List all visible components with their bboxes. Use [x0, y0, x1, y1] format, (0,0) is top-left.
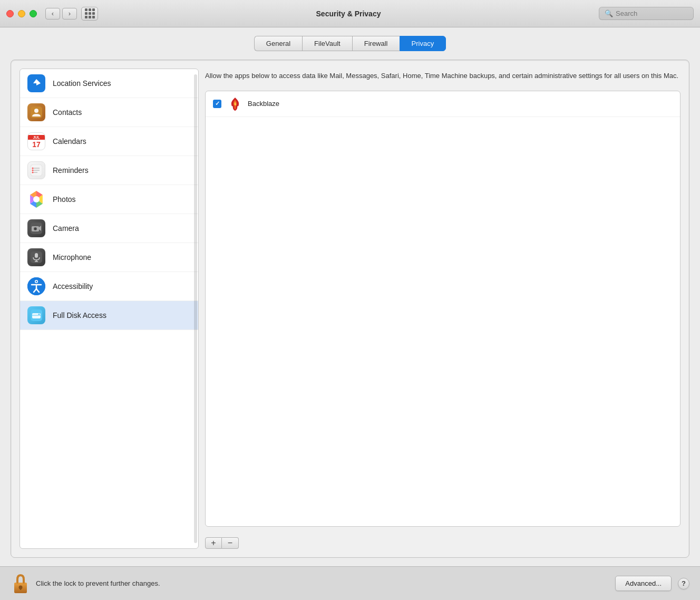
svg-point-30 [38, 314, 40, 315]
grid-view-button[interactable] [81, 7, 98, 21]
sidebar-item-label: Contacts [53, 108, 82, 117]
bottom-lock-text: Click the lock to prevent further change… [36, 579, 615, 587]
sidebar-item-label: Calendars [53, 137, 86, 146]
sidebar-item-label: Camera [53, 224, 79, 233]
back-button[interactable]: ‹ [45, 8, 60, 20]
sidebar-item-calendars[interactable]: JUL 17 Calendars [20, 127, 198, 156]
sidebar-item-label: Reminders [53, 166, 89, 175]
sidebar-item-label: Location Services [53, 79, 111, 88]
grid-icon [85, 8, 95, 18]
sidebar-item-contacts[interactable]: Contacts [20, 98, 198, 127]
window-title: Security & Privacy [98, 9, 599, 18]
svg-rect-17 [35, 253, 38, 258]
sidebar-item-reminders[interactable]: Reminders [20, 156, 198, 185]
minimize-button[interactable] [18, 10, 25, 17]
full-disk-access-icon [27, 306, 45, 324]
camera-icon [27, 219, 45, 237]
traffic-lights [6, 10, 37, 17]
sidebar-items: Location Services [20, 69, 198, 548]
sidebar-item-label: Microphone [53, 253, 91, 262]
list-buttons: + − [205, 537, 680, 549]
svg-point-10 [33, 196, 40, 202]
svg-point-1 [34, 109, 38, 113]
description-text: Allow the apps below to access data like… [205, 69, 680, 83]
photos-icon [27, 190, 45, 208]
sidebar-item-full-disk-access[interactable]: Full Disk Access [20, 301, 198, 330]
maximize-button[interactable] [30, 10, 37, 17]
tab-filevault[interactable]: FileVault [302, 36, 352, 51]
checkmark-icon: ✓ [215, 100, 220, 107]
sidebar-item-camera[interactable]: Camera [20, 214, 198, 243]
titlebar: ‹ › Security & Privacy 🔍 [0, 0, 700, 27]
sidebar-item-microphone[interactable]: Microphone [20, 243, 198, 272]
lock-icon [12, 573, 29, 594]
backblaze-checkbox[interactable]: ✓ [213, 100, 221, 108]
svg-point-7 [32, 170, 34, 171]
svg-point-15 [35, 228, 36, 230]
svg-point-22 [36, 281, 37, 283]
bottom-bar: Click the lock to prevent further change… [0, 566, 700, 600]
remove-app-button[interactable]: − [222, 537, 239, 549]
calendars-icon: JUL 17 [27, 132, 45, 150]
apps-list-container: ✓ Backblaze [205, 91, 680, 527]
main-window: General FileVault Firewall Privacy Locat… [0, 27, 700, 566]
right-panel: Allow the apps below to access data like… [205, 69, 680, 549]
sidebar-item-label: Accessibility [53, 282, 93, 291]
accessibility-icon [27, 277, 45, 295]
sidebar-item-photos[interactable]: Photos [20, 185, 198, 214]
add-app-button[interactable]: + [205, 537, 222, 549]
sidebar-item-location-services[interactable]: Location Services [20, 69, 198, 98]
search-icon: 🔍 [605, 9, 613, 17]
search-input[interactable] [616, 9, 688, 17]
contacts-icon [27, 103, 45, 121]
svg-rect-34 [20, 587, 22, 590]
sidebar-item-label: Photos [53, 195, 76, 204]
tab-firewall[interactable]: Firewall [352, 36, 400, 51]
svg-point-8 [32, 172, 34, 173]
location-services-icon [27, 74, 45, 92]
content-pane: Location Services [11, 60, 689, 558]
backblaze-icon [228, 96, 242, 111]
reminders-icon [27, 161, 45, 179]
close-button[interactable] [6, 10, 14, 17]
sidebar-item-label: Full Disk Access [53, 311, 106, 320]
svg-point-6 [32, 168, 34, 169]
sidebar: Location Services [20, 69, 199, 549]
nav-buttons: ‹ › [45, 8, 77, 20]
microphone-icon [27, 248, 45, 266]
tabs-row: General FileVault Firewall Privacy [11, 36, 689, 51]
sidebar-scrollbar[interactable] [194, 74, 197, 543]
tab-general[interactable]: General [254, 36, 302, 51]
forward-button[interactable]: › [62, 8, 77, 20]
search-box[interactable]: 🔍 [599, 7, 694, 20]
app-list-item: ✓ Backblaze [206, 91, 680, 117]
app-name: Backblaze [248, 100, 279, 108]
advanced-button[interactable]: Advanced... [615, 576, 672, 591]
lock-button[interactable] [11, 572, 31, 596]
sidebar-item-accessibility[interactable]: Accessibility [20, 272, 198, 301]
help-button[interactable]: ? [678, 578, 689, 589]
tab-privacy[interactable]: Privacy [400, 36, 446, 51]
